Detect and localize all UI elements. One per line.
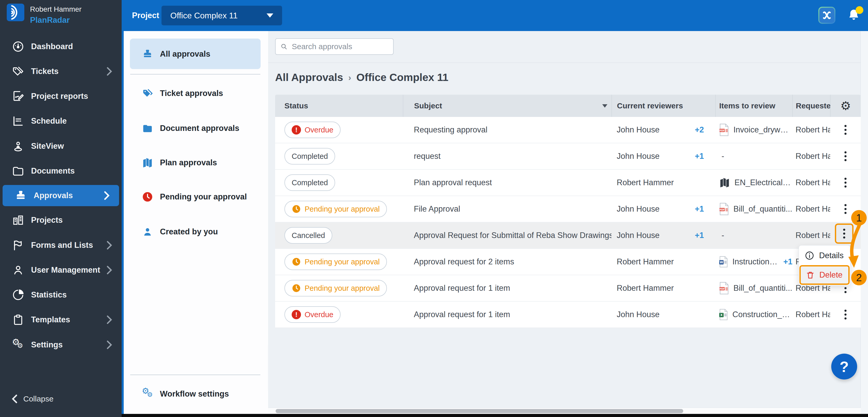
reviewer-name: Robert Hammer (617, 257, 674, 266)
sidebar-item-documents[interactable]: Documents (0, 159, 122, 184)
table-row-selected[interactable]: Cancelled Approval Request for Submittal… (275, 222, 861, 249)
sidebar-item-user-management[interactable]: User Management (0, 258, 122, 283)
table-row[interactable]: Completed Plan approval request Robert H… (275, 170, 861, 196)
subnav-item-label: Document approvals (160, 124, 239, 133)
sidebar-item-label: Dashboard (31, 42, 73, 51)
sidebar-item-label: User Management (31, 265, 100, 275)
table-row[interactable]: ! Overdue Requesting approval John House… (275, 117, 861, 143)
sidebar-item-label: Projects (31, 216, 63, 225)
subnav-item-label: Pending your approval (160, 192, 247, 201)
table-row[interactable]: ! Overdue Approval request for 1 item Jo… (275, 301, 861, 328)
item-file-name[interactable]: Instructiona... (733, 257, 780, 266)
sidebar-item-templates[interactable]: Templates (0, 307, 122, 332)
help-button[interactable]: ? (831, 354, 857, 380)
row-menu-kebab-icon[interactable] (838, 200, 853, 218)
sidebar-item-statistics[interactable]: Statistics (0, 283, 122, 307)
search-icon (280, 42, 287, 51)
sidebar-item-label: Settings (31, 340, 63, 350)
context-menu-delete[interactable]: Delete (799, 265, 849, 285)
search-input[interactable] (291, 42, 389, 51)
notifications-bell-icon[interactable] (846, 7, 863, 24)
row-menu-kebab-icon[interactable] (838, 147, 853, 165)
sidebar-item-label: Tickets (31, 67, 59, 76)
column-header-items-to-review[interactable]: Items to review (715, 95, 793, 117)
table-row[interactable]: Pending your approval File Approval John… (275, 196, 861, 222)
reviewer-name: Robert Hammer (617, 284, 674, 293)
item-file-name[interactable]: Construction_sc... (733, 310, 793, 319)
subject-text: Requesting approval (414, 125, 487, 134)
person-icon (142, 226, 153, 237)
folder-icon (12, 165, 24, 177)
subnav-item-created-by-you[interactable]: Created by you (124, 224, 268, 240)
divider (130, 74, 260, 74)
horizontal-scrollbar[interactable] (268, 408, 861, 414)
item-dash: - (721, 231, 724, 240)
sidebar-item-approvals[interactable]: Approvals (3, 185, 119, 206)
divider (268, 63, 861, 63)
table-row[interactable]: Pending your approval Approval request f… (275, 275, 861, 301)
row-menu-kebab-icon[interactable] (838, 121, 853, 139)
item-file-name[interactable]: EN_Electrical_... (735, 178, 793, 187)
connect-app-icon[interactable] (818, 7, 835, 24)
column-header-subject[interactable]: Subject (403, 95, 612, 117)
sidebar-item-label: Approvals (34, 191, 73, 200)
item-file-name[interactable]: Bill_of_quantiti... (734, 284, 792, 293)
project-dropdown[interactable]: Office Complex 11 (161, 6, 282, 25)
chevron-right-icon (106, 341, 112, 349)
sidebar-item-forms-and-lists[interactable]: Forms and Lists (0, 233, 122, 258)
column-header-requester[interactable]: Requester (793, 95, 830, 117)
pdf-file-icon: PDF (719, 124, 729, 136)
row-menu-kebab-icon[interactable] (838, 306, 853, 324)
item-file-name[interactable]: Invoice_drywal... (734, 125, 793, 134)
sidebar-item-project-reports[interactable]: Project reports (0, 84, 122, 109)
context-menu-details[interactable]: Details (799, 246, 849, 265)
annotation-arrow (845, 221, 868, 271)
reviewer-extra-count[interactable]: +1 (695, 204, 704, 214)
column-header-status[interactable]: Status (275, 95, 403, 117)
sidebar-item-tickets[interactable]: Tickets (0, 59, 122, 84)
horizontal-scrollbar-thumb[interactable] (276, 409, 683, 413)
reviewer-extra-count[interactable]: +1 (695, 231, 704, 240)
buildings-icon (12, 214, 24, 226)
workflow-settings-button[interactable]: ⚙ ⚙ Workflow settings (124, 386, 268, 402)
planradar-app: Project Office Complex 11 (0, 0, 868, 417)
table-gear-icon[interactable]: ⚙ (840, 100, 851, 112)
sidebar-item-siteview[interactable]: SiteView (0, 134, 122, 159)
subnav-item-pending-your-approval[interactable]: Pending your approval (124, 189, 268, 205)
item-extra-count[interactable]: +1 (783, 257, 793, 266)
subnav-item-all-approvals-row[interactable]: All approvals (124, 46, 268, 62)
subnav-item-ticket-approvals[interactable]: Ticket approvals (124, 85, 268, 102)
reviewer-name: Robert Hammer (617, 178, 674, 187)
siteview-icon (12, 140, 24, 152)
project-label: Project (132, 0, 159, 31)
sidebar-item-projects[interactable]: Projects (0, 208, 122, 232)
table-row[interactable]: Pending your approval Approval request f… (275, 249, 861, 275)
sidebar-item-dashboard[interactable]: Dashboard (0, 34, 122, 59)
column-header-current-reviewers[interactable]: Current reviewers (612, 95, 715, 117)
sidebar-item-label: SiteView (31, 141, 64, 151)
subject-text: request (414, 152, 440, 161)
table-row[interactable]: Completed request John House +1 - Robert… (275, 143, 861, 170)
subnav-item-plan-approvals[interactable]: Plan approvals (124, 154, 268, 171)
svg-text:PDF: PDF (719, 208, 725, 211)
chevron-down-icon (267, 13, 273, 18)
alert-icon: ! (292, 125, 301, 134)
svg-text:PDF: PDF (719, 129, 725, 132)
item-file-name[interactable]: Bill_of_quantiti... (734, 204, 792, 214)
breadcrumb-all-approvals[interactable]: All Approvals (275, 71, 343, 84)
search-box[interactable] (275, 38, 394, 55)
breadcrumb: All Approvals › Office Complex 11 (275, 71, 448, 84)
reviewer-extra-count[interactable]: +1 (695, 152, 704, 161)
collapse-sidebar-button[interactable]: Collapse (12, 394, 54, 403)
row-menu-kebab-icon[interactable] (838, 173, 853, 192)
subnav-item-document-approvals[interactable]: Document approvals (124, 120, 268, 136)
requester-name: Robert Ha (796, 310, 830, 319)
subject-text: Approval request for 1 item (414, 284, 510, 293)
subject-text: File Approval (414, 204, 460, 214)
main-content: All Approvals › Office Complex 11 Status… (268, 31, 868, 417)
dashboard-icon (12, 40, 24, 53)
sidebar-item-settings[interactable]: ⚙ ⚙ Settings (0, 332, 122, 357)
sidebar-item-schedule[interactable]: Schedule (0, 109, 122, 133)
reviewer-extra-count[interactable]: +2 (695, 125, 704, 134)
requester-name: Robert Ha (796, 231, 830, 240)
